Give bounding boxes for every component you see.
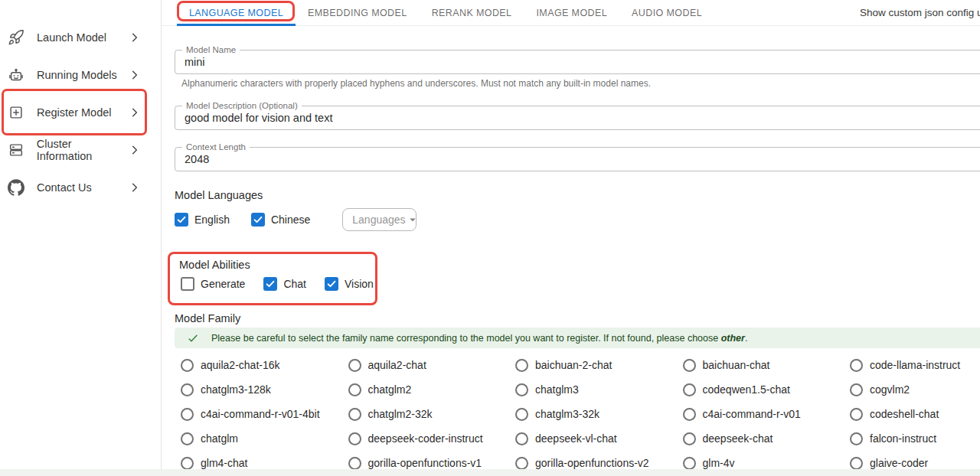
radio-option-codeshell-chat[interactable]: codeshell-chat [844, 402, 980, 426]
plus-square-icon [7, 103, 25, 122]
context-length-input[interactable] [185, 153, 950, 165]
model-family-label: Model Family [175, 312, 980, 324]
radio-option-deepseek-chat[interactable]: deepseek-chat [677, 426, 844, 451]
radio-icon [348, 432, 361, 445]
radio-icon [683, 408, 696, 421]
rocket-icon [7, 28, 25, 47]
radio-icon [850, 432, 863, 445]
checkbox-checked-icon [325, 277, 338, 291]
radio-option-c4ai-command-r-v01-4bit[interactable]: c4ai-command-r-v01-4bit [175, 402, 342, 426]
tab-label: LANGUAGE MODEL [189, 8, 283, 18]
sidebar-item-contact-us[interactable]: Contact Us [0, 168, 161, 206]
tab-rerank-model[interactable]: RERANK MODEL [420, 0, 524, 26]
checkbox-vision[interactable]: Vision [325, 277, 374, 291]
tab-image-model[interactable]: IMAGE MODEL [524, 0, 619, 26]
radio-icon [683, 383, 696, 396]
model-name-helper: Alphanumeric characters with properly pl… [181, 78, 980, 89]
checkbox-english[interactable]: English [175, 213, 230, 227]
model-family-notice: Please be careful to select the family n… [175, 328, 980, 348]
tab-language-model[interactable]: LANGUAGE MODEL [177, 0, 296, 26]
checkbox-checked-icon [251, 213, 265, 227]
model-name-label: Model Name [182, 44, 240, 55]
radio-icon [850, 408, 863, 421]
radio-icon [515, 432, 528, 445]
chevron-right-icon [129, 182, 140, 193]
model-family-options: aquila2-chat-16k aquila2-chat baichuan-2… [175, 353, 980, 475]
model-languages-row: English Chinese Languages [175, 208, 980, 231]
radio-option-falcon-instruct[interactable]: falcon-instruct [844, 426, 980, 451]
sidebar-item-launch-model[interactable]: Launch Model [0, 18, 161, 56]
radio-icon [348, 383, 361, 396]
sidebar: Launch Model Running Models [0, 0, 162, 476]
radio-option-chatglm2-32k[interactable]: chatglm2-32k [342, 402, 510, 426]
tab-label: AUDIO MODEL [632, 8, 702, 18]
checkbox-chinese[interactable]: Chinese [251, 213, 310, 227]
radio-option-chatglm3[interactable]: chatglm3 [509, 377, 677, 402]
server-stack-icon [7, 141, 25, 159]
check-icon [188, 333, 198, 344]
chevron-right-icon [129, 107, 140, 118]
caret-down-icon [406, 213, 420, 227]
tab-audio-model[interactable]: AUDIO MODEL [619, 0, 714, 26]
radio-option-aquila2-chat-16k[interactable]: aquila2-chat-16k [175, 353, 342, 377]
sidebar-item-label: Launch Model [37, 31, 106, 44]
radio-icon [181, 359, 194, 372]
topbar: LANGUAGE MODEL EMBEDDING MODEL RERANK MO… [162, 0, 980, 26]
radio-option-codeqwen1.5-chat[interactable]: codeqwen1.5-chat [677, 377, 844, 402]
radio-icon [850, 359, 863, 372]
radio-icon [515, 457, 528, 470]
checkbox-checked-icon [175, 213, 188, 227]
model-abilities-section: Model Abilities Generate Chat [168, 252, 377, 305]
radio-icon [348, 457, 361, 470]
radio-icon [683, 359, 696, 372]
app-root: Launch Model Running Models [0, 0, 980, 476]
radio-option-chatglm3-128k[interactable]: chatglm3-128k [175, 377, 342, 402]
radio-option-deepseek-vl-chat[interactable]: deepseek-vl-chat [509, 426, 677, 451]
sidebar-item-running-models[interactable]: Running Models [0, 56, 161, 93]
radio-option-baichuan-chat[interactable]: baichuan-chat [677, 353, 844, 377]
radio-option-cogvlm2[interactable]: cogvlm2 [844, 377, 980, 402]
radio-icon [348, 408, 361, 421]
radio-icon [515, 408, 528, 421]
context-length-label: Context Length [182, 142, 250, 152]
sidebar-item-label: Running Models [37, 69, 117, 81]
horizontal-scrollbar[interactable] [0, 469, 980, 476]
checkbox-generate[interactable]: Generate [181, 277, 245, 291]
model-languages-label: Model Languages [175, 189, 980, 201]
model-name-field: Model Name [175, 50, 980, 74]
chevron-right-icon [129, 145, 140, 155]
radio-option-baichuan-2-chat[interactable]: baichuan-2-chat [509, 353, 677, 377]
github-icon [7, 178, 25, 197]
main-panel: LANGUAGE MODEL EMBEDDING MODEL RERANK MO… [162, 0, 980, 476]
radio-option-chatglm2[interactable]: chatglm2 [342, 377, 510, 402]
model-description-input[interactable] [185, 112, 950, 124]
radio-option-c4ai-command-r-v01[interactable]: c4ai-command-r-v01 [677, 402, 844, 426]
chevron-right-icon [129, 70, 140, 80]
model-abilities-row: Generate Chat Vision [181, 277, 375, 291]
show-config-link[interactable]: Show custom json config used b [860, 0, 980, 25]
radio-icon [515, 383, 528, 396]
radio-icon [850, 383, 863, 396]
sidebar-item-label: Cluster Information [37, 138, 129, 162]
radio-icon [683, 457, 696, 470]
register-model-form: Model Name Alphanumeric characters with … [162, 50, 980, 475]
radio-option-chatglm[interactable]: chatglm [175, 426, 342, 451]
radio-icon [348, 359, 361, 372]
radio-option-aquila2-chat[interactable]: aquila2-chat [342, 353, 510, 377]
radio-icon [850, 457, 863, 470]
model-name-input[interactable] [185, 56, 950, 68]
notice-text: Please be careful to select the family n… [211, 333, 747, 344]
sidebar-item-label: Register Model [37, 106, 112, 119]
checkbox-chat[interactable]: Chat [263, 277, 306, 291]
radio-option-deepseek-coder-instruct[interactable]: deepseek-coder-instruct [342, 426, 510, 451]
sidebar-item-cluster-information[interactable]: Cluster Information [0, 131, 161, 168]
sidebar-item-label: Contact Us [37, 181, 92, 194]
languages-select[interactable]: Languages [342, 208, 416, 231]
sidebar-item-register-model[interactable]: Register Model [0, 93, 161, 131]
checkbox-checked-icon [263, 277, 277, 291]
radio-icon [515, 359, 528, 372]
radio-option-code-llama-instruct[interactable]: code-llama-instruct [844, 353, 980, 377]
tab-embedding-model[interactable]: EMBEDDING MODEL [296, 0, 420, 26]
radio-option-chatglm3-32k[interactable]: chatglm3-32k [509, 402, 677, 426]
checkbox-unchecked-icon [181, 277, 194, 291]
